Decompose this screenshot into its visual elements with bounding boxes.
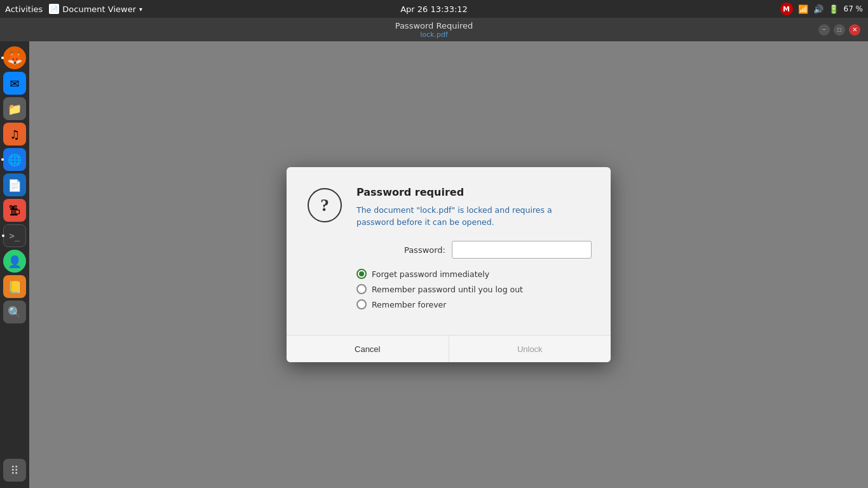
- dialog-title: Password required: [356, 186, 592, 198]
- window-subtitle: lock.pdf: [420, 30, 448, 39]
- password-row: Password:: [306, 241, 592, 259]
- sidebar-item-contacts[interactable]: 👤: [3, 250, 26, 273]
- radio-remember-logout-button[interactable]: [356, 284, 367, 294]
- topbar: Activities 📄 Document Viewer ▾ Apr 26 13…: [0, 0, 868, 18]
- show-apps-button[interactable]: ⠿: [3, 459, 26, 482]
- radio-remember-logout[interactable]: Remember password until you log out: [356, 284, 592, 294]
- sidebar-item-rhythmbox[interactable]: ♫: [3, 123, 26, 146]
- dialog-message: The document "lock.pdf" is locked and re…: [356, 205, 592, 229]
- radio-remember-forever-label: Remember forever: [372, 300, 446, 309]
- dialog-content: Password required The document "lock.pdf…: [356, 186, 592, 229]
- topbar-app-dropdown-icon[interactable]: ▾: [139, 6, 142, 13]
- volume-icon: 🔊: [813, 4, 824, 14]
- wifi-icon: 📶: [798, 4, 808, 14]
- sidebar-item-ark[interactable]: 🗜: [3, 199, 26, 222]
- sidebar-item-files[interactable]: 📁: [3, 97, 26, 120]
- radio-remember-forever-button[interactable]: [356, 299, 367, 309]
- topbar-app[interactable]: 📄 Document Viewer ▾: [49, 4, 142, 14]
- radio-remember-logout-label: Remember password until you log out: [372, 285, 523, 294]
- document-viewer-icon: 📄: [49, 4, 59, 14]
- sidebar-item-writer[interactable]: 📄: [3, 173, 26, 196]
- minimize-button[interactable]: −: [818, 24, 830, 36]
- radio-forget-label: Forget password immediately: [372, 269, 489, 279]
- topbar-app-name: Document Viewer: [62, 4, 136, 14]
- window-title: Password Required: [395, 21, 473, 30]
- dialog-body: ? Password required The document "lock.p…: [287, 167, 611, 336]
- dialog-question-icon: ?: [306, 186, 344, 224]
- sidebar-item-browser[interactable]: 🌐: [3, 148, 26, 171]
- radio-forget-button[interactable]: [356, 269, 367, 279]
- topbar-left: Activities 📄 Document Viewer ▾: [5, 4, 142, 14]
- battery-percent: 67 %: [844, 4, 864, 13]
- sidebar-item-firefox[interactable]: 🦊: [3, 46, 26, 69]
- main-area: ? Password required The document "lock.p…: [29, 41, 868, 488]
- window-controls: − □ ✕: [818, 24, 860, 36]
- topbar-datetime: Apr 26 13:33:12: [400, 4, 468, 14]
- cancel-button[interactable]: Cancel: [287, 336, 449, 362]
- password-dialog: ? Password required The document "lock.p…: [287, 167, 611, 363]
- radio-forget[interactable]: Forget password immediately: [356, 269, 592, 279]
- topbar-center: Apr 26 13:33:12: [400, 4, 468, 14]
- window-titlebar: Password Required lock.pdf − □ ✕: [0, 18, 868, 41]
- radio-remember-forever[interactable]: Remember forever: [356, 299, 592, 309]
- topbar-right: M 📶 🔊 🔋 67 %: [780, 3, 864, 15]
- dialog-overlay: ? Password required The document "lock.p…: [29, 41, 868, 488]
- sidebar-item-thunderbird[interactable]: ✉: [3, 72, 26, 95]
- window-title-area: Password Required lock.pdf: [395, 21, 473, 39]
- password-label: Password:: [404, 245, 445, 255]
- close-button[interactable]: ✕: [849, 24, 860, 36]
- sidebar-item-notebook[interactable]: 📒: [3, 275, 26, 298]
- maximize-button[interactable]: □: [834, 24, 845, 36]
- sidebar: 🦊 ✉ 📁 ♫ 🌐 📄 🗜 >_ 👤 📒 🔍 ⠿: [0, 41, 29, 488]
- unlock-button[interactable]: Unlock: [449, 336, 611, 362]
- password-input[interactable]: [452, 241, 592, 259]
- battery-icon: 🔋: [829, 4, 839, 14]
- radio-options: Forget password immediately Remember pas…: [356, 269, 592, 309]
- sidebar-item-terminal[interactable]: >_: [3, 224, 26, 247]
- user-avatar[interactable]: M: [780, 3, 793, 15]
- question-circle: ?: [308, 188, 342, 222]
- activities-button[interactable]: Activities: [5, 4, 43, 14]
- sidebar-bottom: ⠿: [3, 459, 26, 482]
- dialog-buttons: Cancel Unlock: [287, 335, 611, 362]
- sidebar-item-search[interactable]: 🔍: [3, 301, 26, 323]
- dialog-top-row: ? Password required The document "lock.p…: [306, 186, 592, 229]
